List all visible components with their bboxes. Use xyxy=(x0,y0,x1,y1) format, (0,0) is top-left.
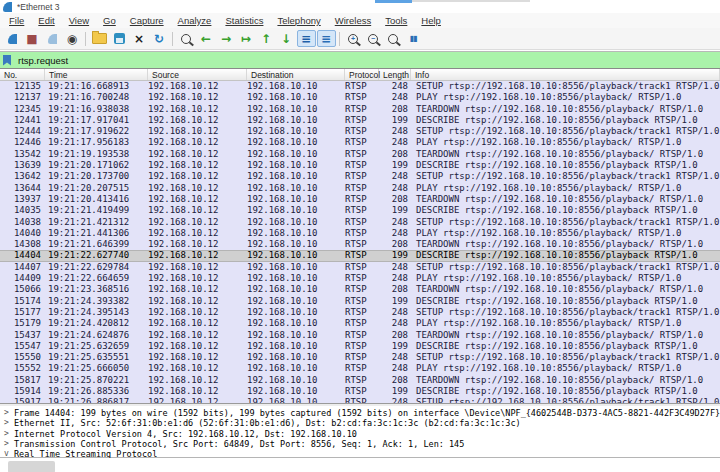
packet-row-15817[interactable]: 1581719:21:25.870221192.168.10.12192.168… xyxy=(0,375,720,386)
cell-dst: 192.168.10.10 xyxy=(247,375,345,386)
menu-analyze[interactable]: Analyze xyxy=(171,15,219,26)
detail-line[interactable]: >Transmission Control Protocol, Src Port… xyxy=(0,439,720,449)
zoom-out-button[interactable]: − xyxy=(364,30,383,47)
start-capture-button[interactable] xyxy=(3,30,22,47)
column-header-time[interactable]: Time xyxy=(45,69,148,80)
expand-icon[interactable]: > xyxy=(4,408,9,418)
menu-tools[interactable]: Tools xyxy=(378,15,414,26)
go-to-last-packet-button[interactable]: ↓ xyxy=(277,30,296,47)
cell-dst: 192.168.10.10 xyxy=(247,330,345,341)
expand-icon[interactable]: > xyxy=(4,439,9,449)
cell-dst: 192.168.10.10 xyxy=(247,160,345,171)
packet-row-12137[interactable]: 1213719:21:16.700248192.168.10.12192.168… xyxy=(0,92,720,103)
packet-row-13642[interactable]: 1364219:21:20.173700192.168.10.12192.168… xyxy=(0,171,720,182)
cell-time: 19:21:22.627740 xyxy=(45,250,148,261)
cell-no: 15177 xyxy=(0,307,45,318)
menu-view[interactable]: View xyxy=(62,15,96,26)
zoom-normal-size-button[interactable] xyxy=(384,30,403,47)
column-header-source[interactable]: Source xyxy=(148,69,247,80)
packet-row-12446[interactable]: 1244619:21:17.956183192.168.10.12192.168… xyxy=(0,137,720,148)
packet-row-14404[interactable]: 1440419:21:22.627740192.168.10.12192.168… xyxy=(0,250,720,261)
expand-icon[interactable]: > xyxy=(4,429,9,439)
packet-list-header: No.TimeSourceDestinationProtocolLengthIn… xyxy=(0,69,720,81)
auto-scroll-live-capture-button[interactable]: ≡ xyxy=(297,30,316,47)
packet-row-13542[interactable]: 1354219:21:19.193538192.168.10.12192.168… xyxy=(0,149,720,160)
packet-row-15914[interactable]: 1591419:21:26.885336192.168.10.12192.168… xyxy=(0,386,720,397)
resize-columns-button[interactable]: ▮▮ xyxy=(404,30,423,47)
menu-file[interactable]: File xyxy=(2,15,31,26)
cell-no: 14407 xyxy=(0,262,45,273)
packet-row-13639[interactable]: 1363919:21:20.171062192.168.10.12192.168… xyxy=(0,160,720,171)
cell-time: 19:21:21.441306 xyxy=(45,228,148,239)
find-packet-button[interactable] xyxy=(177,30,196,47)
restart-capture-button[interactable] xyxy=(43,30,62,47)
packet-row-12444[interactable]: 1244419:21:17.919622192.168.10.12192.168… xyxy=(0,126,720,137)
packet-row-15552[interactable]: 1555219:21:25.666050192.168.10.12192.168… xyxy=(0,363,720,374)
capture-options-button[interactable]: ◉ xyxy=(63,30,82,47)
go-to-packet-button[interactable]: ↦ xyxy=(237,30,256,47)
go-to-first-packet-button[interactable]: ↑ xyxy=(257,30,276,47)
cell-proto: RTSP xyxy=(345,104,379,115)
packet-row-15066[interactable]: 1506619:21:23.368516192.168.10.12192.168… xyxy=(0,284,720,295)
cell-src: 192.168.10.12 xyxy=(148,296,247,307)
packet-row-14308[interactable]: 1430819:21:21.646399192.168.10.12192.168… xyxy=(0,239,720,250)
menu-capture[interactable]: Capture xyxy=(123,15,171,26)
cell-src: 192.168.10.12 xyxy=(148,273,247,284)
column-header-protocol[interactable]: Protocol xyxy=(345,69,379,80)
cell-src: 192.168.10.12 xyxy=(148,171,247,182)
packet-row-14035[interactable]: 1403519:21:21.419499192.168.10.12192.168… xyxy=(0,205,720,216)
cell-proto: RTSP xyxy=(345,318,379,329)
packet-row-14407[interactable]: 1440719:21:22.629784192.168.10.12192.168… xyxy=(0,262,720,273)
close-capture-file-button[interactable]: × xyxy=(130,30,149,47)
reload-capture-file-button[interactable]: ↻ xyxy=(150,30,169,47)
cell-no: 13542 xyxy=(0,149,45,160)
go-forward-button[interactable]: → xyxy=(217,30,236,47)
stop-capture-button[interactable]: ■ xyxy=(23,30,42,47)
packet-row-15550[interactable]: 1555019:21:25.635551192.168.10.12192.168… xyxy=(0,352,720,363)
display-filter-input[interactable]: rtsp.request xyxy=(18,55,68,66)
column-header-length[interactable]: Length xyxy=(379,69,411,80)
cell-info: SETUP rtsp://192.168.10.10:8556/playback… xyxy=(411,217,720,228)
packet-row-14038[interactable]: 1403819:21:21.421312192.168.10.12192.168… xyxy=(0,217,720,228)
menu-go[interactable]: Go xyxy=(96,15,123,26)
cell-src: 192.168.10.12 xyxy=(148,183,247,194)
column-header-info[interactable]: Info xyxy=(411,69,720,80)
find-packet-icon xyxy=(181,34,191,44)
cell-dst: 192.168.10.10 xyxy=(247,352,345,363)
cell-dst: 192.168.10.10 xyxy=(247,273,345,284)
expand-icon[interactable]: > xyxy=(4,418,9,428)
detail-line[interactable]: >Frame 14404: 199 bytes on wire (1592 bi… xyxy=(0,408,720,418)
cell-len: 208 xyxy=(379,375,411,386)
packet-row-13644[interactable]: 1364419:21:20.207515192.168.10.12192.168… xyxy=(0,183,720,194)
packet-row-13937[interactable]: 1393719:21:20.413416192.168.10.12192.168… xyxy=(0,194,720,205)
menu-statistics[interactable]: Statistics xyxy=(218,15,270,26)
packet-row-14040[interactable]: 1404019:21:21.441306192.168.10.12192.168… xyxy=(0,228,720,239)
packet-row-15917[interactable]: 1591719:21:26.886817192.168.10.12192.168… xyxy=(0,397,720,404)
menu-edit[interactable]: Edit xyxy=(31,15,61,26)
cell-src: 192.168.10.12 xyxy=(148,375,247,386)
detail-line[interactable]: >Internet Protocol Version 4, Src: 192.1… xyxy=(0,429,720,439)
colorize-packet-list-button[interactable]: ≡ xyxy=(317,30,336,47)
packet-row-14409[interactable]: 1440919:21:22.664659192.168.10.12192.168… xyxy=(0,273,720,284)
column-header-destination[interactable]: Destination xyxy=(247,69,345,80)
packet-row-15177[interactable]: 1517719:21:24.395143192.168.10.12192.168… xyxy=(0,307,720,318)
go-back-button[interactable]: ← xyxy=(197,30,216,47)
cell-info: PLAY rtsp://192.168.10.10:8556/playback/… xyxy=(411,318,720,329)
menu-telephony[interactable]: Telephony xyxy=(270,15,327,26)
filter-bookmark-icon[interactable] xyxy=(3,55,11,66)
open-capture-file-button[interactable] xyxy=(90,30,109,47)
zoom-in-button[interactable]: + xyxy=(344,30,363,47)
menu-help[interactable]: Help xyxy=(414,15,448,26)
packet-row-15174[interactable]: 1517419:21:24.393382192.168.10.12192.168… xyxy=(0,296,720,307)
menu-wireless[interactable]: Wireless xyxy=(328,15,378,26)
packet-row-12345[interactable]: 1234519:21:16.938038192.168.10.12192.168… xyxy=(0,104,720,115)
packet-row-12441[interactable]: 1244119:21:17.917041192.168.10.12192.168… xyxy=(0,115,720,126)
detail-line[interactable]: >Ethernet II, Src: 52:6f:31:0b:e1:d6 (52… xyxy=(0,418,720,428)
cell-len: 248 xyxy=(379,273,411,284)
save-capture-file-button[interactable] xyxy=(110,30,129,47)
packet-row-15179[interactable]: 1517919:21:24.420812192.168.10.12192.168… xyxy=(0,318,720,329)
packet-row-12135[interactable]: 1213519:21:16.668913192.168.10.12192.168… xyxy=(0,81,720,92)
packet-row-15547[interactable]: 1554719:21:25.632659192.168.10.12192.168… xyxy=(0,341,720,352)
packet-row-15437[interactable]: 1543719:21:24.624876192.168.10.12192.168… xyxy=(0,330,720,341)
column-header-no[interactable]: No. xyxy=(0,69,45,80)
